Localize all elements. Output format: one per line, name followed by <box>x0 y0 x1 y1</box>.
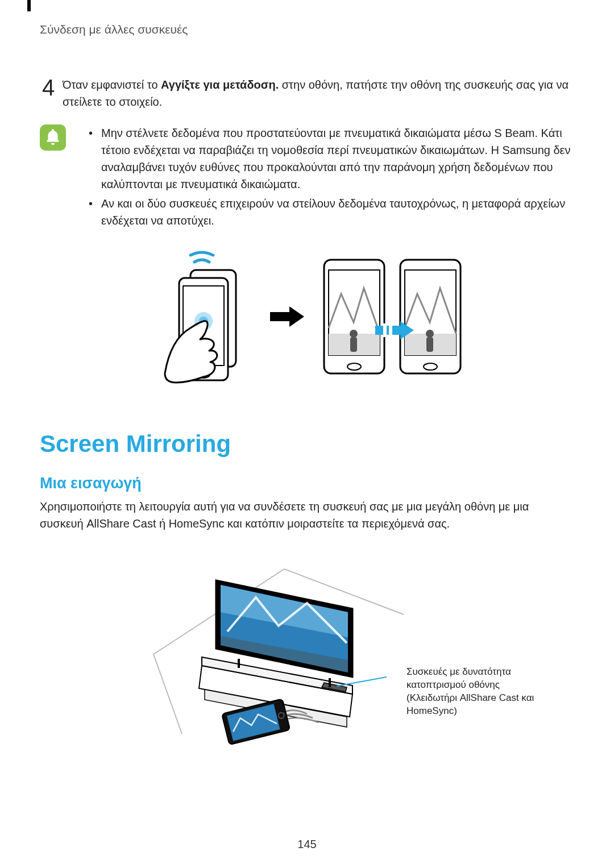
svg-rect-17 <box>426 337 433 352</box>
phone-tap-illustration <box>148 248 256 385</box>
svg-rect-11 <box>350 337 357 352</box>
screen-mirroring-illustration: Συσκευές με δυνατότητα κατοπτρισμού οθόν… <box>40 546 574 751</box>
svg-point-10 <box>350 330 358 338</box>
svg-rect-22 <box>389 323 392 337</box>
header-accent-line <box>27 0 31 11</box>
phone-pair-illustration <box>318 254 466 379</box>
step-number: 4 <box>40 76 57 110</box>
step-text-1: Όταν εμφανιστεί το <box>63 78 161 91</box>
note-item: Αν και οι δύο συσκευές επιχειρούν να στε… <box>89 195 574 229</box>
svg-line-25 <box>154 654 182 734</box>
chapter-title: Σύνδεση με άλλες συσκευές <box>40 23 574 36</box>
intro-subheading: Μια εισαγωγή <box>40 475 574 492</box>
step-bold: Αγγίξτε για μετάδοση. <box>161 78 279 91</box>
step-body: Όταν εμφανιστεί το Αγγίξτε για μετάδοση.… <box>57 76 574 110</box>
screen-mirroring-heading: Screen Mirroring <box>40 430 574 458</box>
svg-rect-21 <box>383 323 387 337</box>
page-number: 145 <box>0 838 614 851</box>
callout-label: Συσκευές με δυνατότητα κατοπτρισμού οθόν… <box>406 666 549 718</box>
intro-text: Χρησιμοποιήστε τη λειτουργία αυτή για να… <box>40 498 574 532</box>
svg-rect-19 <box>375 326 400 335</box>
step-item: 4 Όταν εμφανιστεί το Αγγίξτε για μετάδοσ… <box>40 76 574 110</box>
svg-line-39 <box>337 677 387 686</box>
note-item: Μην στέλνετε δεδομένα που προστατεύονται… <box>89 124 574 193</box>
arrow-right-icon <box>270 305 304 328</box>
svg-point-16 <box>426 330 434 338</box>
sbeam-illustration <box>40 248 574 385</box>
note-block: Μην στέλνετε δεδομένα που προστατεύονται… <box>40 124 574 231</box>
note-list: Μην στέλνετε δεδομένα που προστατεύονται… <box>89 124 574 231</box>
bell-icon <box>40 124 66 151</box>
svg-marker-6 <box>270 306 304 327</box>
